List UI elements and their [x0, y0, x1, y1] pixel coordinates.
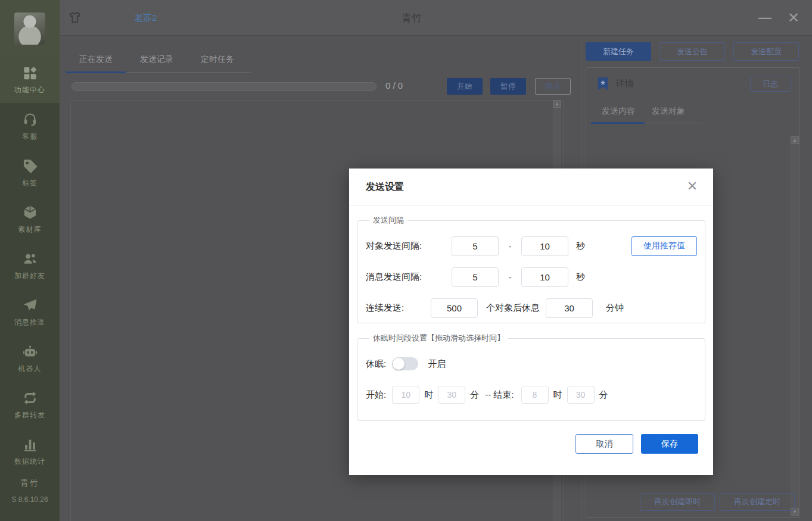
scroll-up-icon[interactable]: ▲ — [553, 100, 561, 108]
tab-send-content[interactable]: 发送内容 — [593, 104, 643, 123]
sidebar-item-tags[interactable]: 标签 — [0, 149, 60, 196]
hour-unit: 时 — [424, 389, 433, 401]
sidebar-item-material-library[interactable]: 素材库 — [0, 196, 60, 242]
main-tabs: 正在发送 发送记录 定时任务 — [66, 51, 251, 73]
avatar — [14, 13, 45, 45]
sidebar-item-label: 数据统计 — [14, 457, 45, 467]
headset-icon — [22, 111, 38, 127]
app-version: S 8.6.10.26 — [0, 495, 60, 504]
tab-send-history[interactable]: 发送记录 — [126, 51, 187, 72]
sidebar-item-group-friends[interactable]: 加群好友 — [0, 242, 60, 289]
end-time-label: -- 结束: — [485, 389, 514, 401]
sidebar-nav: 功能中心 客服 标签 — [0, 57, 60, 475]
recreate-scheduled-button[interactable]: 再次创建定时 — [720, 493, 795, 511]
sidebar-item-label: 素材库 — [18, 224, 42, 235]
message-interval-max-input[interactable] — [521, 267, 568, 287]
sleep-toggle[interactable] — [392, 357, 418, 370]
cube-icon — [22, 204, 38, 220]
cancel-button[interactable]: 取消 — [575, 434, 633, 454]
object-interval-row: 对象发送间隔: - 秒 使用推荐值 — [366, 230, 705, 261]
stop-button[interactable]: 停止 — [535, 78, 571, 95]
paper-plane-icon — [22, 297, 38, 313]
sleep-toggle-row: 休眠: 开启 — [366, 348, 705, 379]
app-window: 功能中心 客服 标签 — [0, 0, 812, 521]
bar-chart-icon — [22, 436, 38, 453]
account-name[interactable]: 老苏2 — [134, 13, 157, 24]
sidebar-item-label: 多群转发 — [14, 410, 45, 420]
hour-unit: 时 — [553, 389, 562, 401]
sidebar-item-label: 机器人 — [18, 364, 42, 374]
sleep-label: 休眠: — [366, 358, 386, 370]
sidebar-item-statistics[interactable]: 数据统计 — [0, 428, 60, 475]
sidebar-footer: 青竹 S 8.6.10.26 — [0, 478, 60, 504]
start-hour-input[interactable] — [392, 386, 419, 404]
sleep-time-row: 开始: 时 分 -- 结束: 时 分 — [366, 379, 705, 410]
tab-sending[interactable]: 正在发送 — [66, 51, 126, 72]
continuous-send-label: 连续发送: — [366, 302, 431, 314]
detail-tabs: 发送内容 发送对象 — [593, 104, 702, 123]
sidebar-item-robot[interactable]: 机器人 — [0, 335, 60, 382]
sidebar-item-label: 标签 — [22, 178, 38, 188]
use-recommended-button[interactable]: 使用推荐值 — [631, 236, 697, 256]
sleep-period-legend: 休眠时间段设置【拖动滑动选择时间】 — [369, 333, 508, 344]
new-task-button[interactable]: 新建任务 — [586, 42, 651, 61]
rest-after-label: 个对象后休息 — [486, 302, 540, 314]
object-interval-min-input[interactable] — [452, 236, 499, 256]
sidebar-item-message-push[interactable]: 消息推送 — [0, 289, 60, 335]
object-interval-label: 对象发送间隔: — [366, 241, 452, 252]
robot-icon — [22, 344, 38, 360]
sidebar-item-customer-service[interactable]: 客服 — [0, 103, 60, 149]
people-icon — [22, 251, 38, 267]
sidebar: 功能中心 客服 标签 — [0, 0, 60, 521]
sleep-toggle-state-label: 开启 — [428, 358, 446, 370]
progress-bar — [71, 82, 377, 91]
app-name: 青竹 — [0, 478, 60, 489]
grid-icon — [22, 65, 38, 81]
continuous-send-row: 连续发送: 个对象后休息 分钟 — [366, 292, 705, 323]
save-button[interactable]: 保存 — [641, 434, 698, 454]
pause-button[interactable]: 暂停 — [490, 78, 526, 95]
close-button[interactable]: ✕ — [783, 8, 804, 27]
sidebar-item-label: 加群好友 — [14, 271, 45, 281]
seconds-unit: 秒 — [576, 272, 585, 283]
sidebar-item-function-center[interactable]: 功能中心 — [0, 57, 60, 103]
send-notice-button[interactable]: 发送公告 — [659, 42, 725, 61]
skin-shirt-icon[interactable] — [67, 10, 83, 26]
start-button[interactable]: 开始 — [447, 78, 483, 95]
end-hour-input[interactable] — [521, 386, 549, 404]
rest-duration-input[interactable] — [546, 298, 593, 318]
sidebar-item-label: 客服 — [22, 132, 38, 142]
continuous-count-input[interactable] — [431, 298, 478, 318]
sidebar-item-multi-group-forward[interactable]: 多群转发 — [0, 382, 60, 428]
window-title: 青竹 — [376, 11, 447, 25]
log-button[interactable]: 日志 — [750, 76, 791, 92]
object-interval-max-input[interactable] — [521, 236, 568, 256]
minutes-unit: 分钟 — [606, 302, 624, 314]
dialog-close-icon[interactable]: ✕ — [683, 177, 701, 195]
message-interval-min-input[interactable] — [452, 267, 499, 287]
range-dash: - — [499, 241, 521, 251]
send-interval-legend: 发送间隔 — [369, 215, 407, 226]
minimize-button[interactable]: — — [755, 8, 775, 27]
recreate-buttons: 再次创建即时 再次创建定时 — [581, 493, 812, 511]
detail-scrollbar[interactable]: ▲ ▼ — [791, 136, 799, 516]
send-settings-dialog: 发送设置 ✕ 发送间隔 对象发送间隔: - 秒 使用推荐值 消息发送间隔: - — [349, 169, 713, 475]
sidebar-profile[interactable] — [0, 0, 60, 57]
tab-send-targets[interactable]: 发送对象 — [643, 104, 693, 123]
message-interval-row: 消息发送间隔: - 秒 — [366, 261, 705, 292]
dialog-title: 发送设置 — [366, 181, 404, 194]
bookmark-star-icon — [596, 76, 609, 91]
end-minute-input[interactable] — [567, 386, 595, 404]
send-config-button[interactable]: 发送配置 — [733, 42, 799, 61]
task-action-buttons: 新建任务 发送公告 发送配置 — [586, 42, 799, 61]
seconds-unit: 秒 — [576, 241, 585, 252]
start-minute-input[interactable] — [438, 386, 465, 404]
toggle-knob — [393, 358, 405, 370]
repeat-icon — [22, 390, 38, 406]
dialog-header: 发送设置 ✕ — [349, 169, 713, 205]
recreate-instant-button[interactable]: 再次创建即时 — [640, 493, 715, 511]
detail-title: 详情 — [616, 78, 634, 89]
scroll-up-icon[interactable]: ▲ — [791, 136, 799, 144]
start-time-label: 开始: — [366, 389, 386, 401]
tab-scheduled-tasks[interactable]: 定时任务 — [187, 51, 248, 72]
